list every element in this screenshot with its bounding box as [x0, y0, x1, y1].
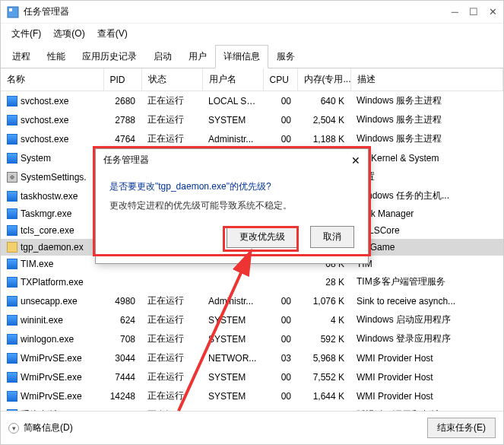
window-title: 任务管理器	[24, 5, 452, 18]
end-task-button[interactable]: 结束任务(E)	[427, 418, 496, 438]
tabstrip: 进程性能应用历史记录启动用户详细信息服务	[1, 44, 503, 68]
dialog-title: 任务管理器	[103, 154, 351, 167]
tab-详细信息[interactable]: 详细信息	[215, 45, 268, 68]
chevron-down-icon: ▾	[8, 423, 19, 434]
table-row[interactable]: WmiPrvSE.exe3044正在运行NETWOR...035,968 KWM…	[1, 348, 503, 367]
close-button[interactable]: ✕	[489, 6, 497, 17]
app-icon	[7, 6, 19, 18]
process-icon	[7, 225, 17, 236]
maximize-button[interactable]: ☐	[469, 6, 478, 17]
column-header[interactable]: PID	[103, 68, 141, 91]
fewer-details-toggle[interactable]: ▾ 简略信息(D)	[8, 421, 73, 434]
process-icon	[7, 134, 17, 145]
process-icon	[7, 334, 17, 345]
footer: ▾ 简略信息(D) 结束任务(E)	[1, 411, 503, 444]
dialog-titlebar: 任务管理器 ✕	[96, 149, 368, 171]
process-icon	[7, 172, 17, 183]
menubar: 文件(F)选项(O)查看(V)	[1, 24, 503, 44]
menu-item[interactable]: 选项(O)	[47, 25, 90, 43]
process-icon	[7, 115, 17, 126]
minimize-button[interactable]: ─	[452, 6, 458, 17]
table-row[interactable]: wininit.exe624正在运行SYSTEM004 KWindows 启动应…	[1, 310, 503, 329]
cancel-button[interactable]: 取消	[310, 226, 354, 248]
dialog-close-button[interactable]: ✕	[351, 154, 360, 167]
table-row[interactable]: unsecapp.exe4980正在运行Administr...001,076 …	[1, 291, 503, 310]
tab-进程[interactable]: 进程	[4, 45, 39, 68]
table-row[interactable]: winlogon.exe708正在运行SYSTEM00592 KWindows …	[1, 329, 503, 348]
process-icon	[7, 191, 17, 202]
process-icon	[7, 315, 17, 326]
fewer-details-label: 简略信息(D)	[24, 421, 73, 434]
confirm-button[interactable]: 更改优先级	[227, 226, 298, 248]
process-icon	[7, 96, 17, 106]
tab-启动[interactable]: 启动	[145, 45, 180, 68]
menu-item[interactable]: 文件(F)	[5, 25, 47, 43]
dialog-subtext: 更改特定进程的优先级可能导致系统不稳定。	[109, 199, 354, 212]
table-row[interactable]: WmiPrvSE.exe14248正在运行SYSTEM001,644 KWMI …	[1, 386, 503, 405]
process-icon	[7, 259, 17, 269]
tab-性能[interactable]: 性能	[39, 45, 74, 68]
table-row[interactable]: svchost.exe4764正在运行Administr...001,188 K…	[1, 129, 503, 148]
titlebar: 任务管理器 ─ ☐ ✕	[1, 1, 503, 24]
process-icon	[7, 391, 17, 402]
process-icon	[7, 409, 17, 411]
process-icon	[7, 353, 17, 364]
process-icon	[7, 296, 17, 307]
tab-应用历史记录[interactable]: 应用历史记录	[74, 45, 145, 68]
confirm-dialog: 任务管理器 ✕ 是否要更改"tgp_daemon.exe"的优先级? 更改特定进…	[95, 148, 369, 264]
process-icon	[7, 242, 17, 253]
process-icon	[7, 153, 17, 164]
column-header[interactable]: 用户名	[202, 68, 263, 91]
process-icon	[7, 208, 17, 219]
column-header[interactable]: 内存(专用...	[297, 68, 350, 91]
dialog-question: 是否要更改"tgp_daemon.exe"的优先级?	[109, 180, 354, 193]
menu-item[interactable]: 查看(V)	[91, 25, 134, 43]
table-row[interactable]: svchost.exe2788正在运行SYSTEM002,504 KWindow…	[1, 110, 503, 129]
table-row[interactable]: WmiPrvSE.exe7444正在运行SYSTEM007,552 KWMI P…	[1, 367, 503, 386]
table-row[interactable]: TXPlatform.exe28 KTIM多客户端管理服务	[1, 272, 503, 291]
tab-用户[interactable]: 用户	[180, 45, 215, 68]
process-icon	[7, 277, 17, 288]
column-header[interactable]: CPU	[263, 68, 297, 91]
table-row[interactable]: svchost.exe2680正在运行LOCAL SE...00640 KWin…	[1, 91, 503, 111]
process-icon	[7, 372, 17, 383]
table-row[interactable]: 系统中断-正在运行SYSTEM000 K延迟过程调用和中断服...	[1, 405, 503, 411]
column-header[interactable]: 名称	[1, 68, 103, 91]
column-header[interactable]: 状态	[141, 68, 202, 91]
column-header[interactable]: 描述	[350, 68, 503, 91]
svg-rect-1	[9, 8, 12, 11]
tab-服务[interactable]: 服务	[268, 45, 303, 68]
